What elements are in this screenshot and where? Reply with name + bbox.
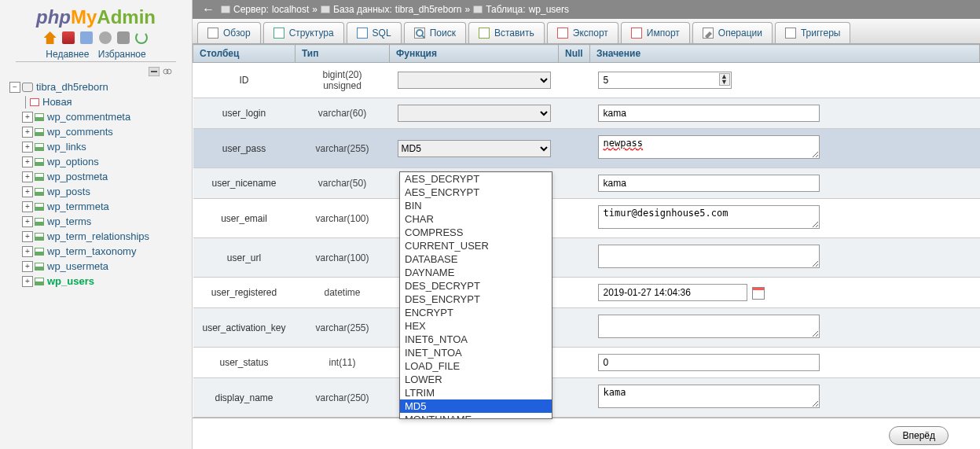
- table-label[interactable]: wp_options: [47, 154, 99, 169]
- table-label[interactable]: wp_terms: [47, 214, 91, 229]
- header-type[interactable]: Тип: [295, 45, 390, 63]
- table-label[interactable]: wp_users: [47, 274, 94, 289]
- dropdown-option[interactable]: LOAD_FILE: [400, 359, 552, 373]
- back-icon[interactable]: ←: [199, 2, 218, 17]
- dropdown-option[interactable]: INET6_NTOA: [400, 333, 552, 346]
- dropdown-option[interactable]: DAYNAME: [400, 266, 552, 279]
- function-dropdown-list[interactable]: AES_DECRYPTAES_ENCRYPTBINCHARCOMPRESSCUR…: [399, 171, 552, 419]
- dropdown-option[interactable]: DES_ENCRYPT: [400, 293, 552, 306]
- collapse-all-icon[interactable]: [149, 67, 160, 76]
- recent-tab[interactable]: Недавнее: [46, 49, 89, 60]
- tab-operations[interactable]: Операции: [692, 22, 773, 43]
- table-label[interactable]: wp_term_taxonomy: [47, 244, 136, 259]
- dropdown-option[interactable]: DES_DECRYPT: [400, 279, 552, 293]
- minus-icon[interactable]: −: [9, 82, 20, 93]
- table-node[interactable]: +wp_posts: [6, 184, 185, 199]
- tab-insert[interactable]: Вставить: [468, 22, 545, 43]
- table-label[interactable]: wp_postmeta: [47, 169, 108, 184]
- settings-icon[interactable]: [117, 31, 130, 44]
- new-table-label[interactable]: Новая: [42, 94, 72, 109]
- logout-icon[interactable]: [62, 31, 75, 44]
- dropdown-option[interactable]: MD5: [400, 399, 552, 413]
- table-link[interactable]: wp_users: [529, 4, 569, 15]
- function-select[interactable]: [398, 105, 551, 122]
- db-label[interactable]: tibra_dh5reborn: [36, 79, 108, 94]
- header-value[interactable]: Значение: [590, 45, 980, 63]
- header-column[interactable]: Столбец: [193, 45, 295, 63]
- dropdown-option[interactable]: HEX: [400, 319, 552, 333]
- tab-browse[interactable]: Обзор: [197, 22, 261, 43]
- tab-triggers[interactable]: Триггеры: [775, 22, 851, 43]
- stepper-icon[interactable]: ▲▼: [719, 73, 730, 86]
- plus-icon[interactable]: +: [22, 231, 33, 242]
- table-node[interactable]: +wp_termmeta: [6, 199, 185, 214]
- table-node[interactable]: +wp_comments: [6, 124, 185, 139]
- tab-sql[interactable]: SQL: [347, 22, 402, 43]
- table-label[interactable]: wp_termmeta: [47, 199, 109, 214]
- dropdown-option[interactable]: MONTHNAME: [400, 413, 552, 419]
- server-link[interactable]: localhost: [272, 4, 309, 15]
- value-input[interactable]: [598, 354, 820, 371]
- dropdown-option[interactable]: LOWER: [400, 373, 552, 386]
- function-select[interactable]: [398, 72, 551, 89]
- tab-export[interactable]: Экспорт: [547, 22, 618, 43]
- plus-icon[interactable]: +: [22, 201, 33, 212]
- table-label[interactable]: wp_term_relationships: [47, 229, 149, 244]
- table-node[interactable]: +wp_postmeta: [6, 169, 185, 184]
- favorite-tab[interactable]: Избранное: [98, 49, 146, 60]
- dropdown-option[interactable]: CHAR: [400, 212, 552, 226]
- value-input[interactable]: [598, 175, 820, 192]
- tab-import[interactable]: Импорт: [621, 22, 690, 43]
- logo[interactable]: phpMyAdmin: [0, 0, 192, 30]
- table-label[interactable]: wp_posts: [47, 184, 90, 199]
- help-icon[interactable]: [99, 31, 112, 44]
- dropdown-option[interactable]: CURRENT_USER: [400, 239, 552, 252]
- tab-structure[interactable]: Структура: [263, 22, 344, 43]
- value-input[interactable]: [598, 284, 747, 301]
- db-node[interactable]: − tibra_dh5reborn: [6, 79, 185, 94]
- value-input[interactable]: [598, 72, 732, 89]
- value-textarea[interactable]: [598, 245, 820, 268]
- dropdown-option[interactable]: ENCRYPT: [400, 306, 552, 319]
- plus-icon[interactable]: +: [22, 216, 33, 227]
- dropdown-option[interactable]: LTRIM: [400, 386, 552, 399]
- table-node[interactable]: +wp_options: [6, 154, 185, 169]
- dropdown-option[interactable]: DATABASE: [400, 252, 552, 266]
- plus-icon[interactable]: +: [22, 276, 33, 287]
- plus-icon[interactable]: +: [22, 171, 33, 182]
- dropdown-option[interactable]: AES_ENCRYPT: [400, 186, 552, 199]
- link-icon[interactable]: [162, 67, 173, 76]
- table-label[interactable]: wp_comments: [47, 124, 113, 139]
- value-textarea[interactable]: kama: [598, 385, 820, 408]
- table-label[interactable]: wp_commentmeta: [47, 109, 130, 124]
- sql-icon[interactable]: [80, 31, 93, 44]
- tab-search[interactable]: Поиск: [404, 22, 466, 43]
- home-icon[interactable]: [44, 31, 57, 44]
- new-table-node[interactable]: │ Новая: [6, 94, 185, 109]
- value-textarea[interactable]: [598, 315, 820, 338]
- table-node[interactable]: +wp_users: [6, 274, 185, 289]
- plus-icon[interactable]: +: [22, 156, 33, 167]
- table-node[interactable]: +wp_terms: [6, 214, 185, 229]
- dropdown-option[interactable]: BIN: [400, 199, 552, 212]
- plus-icon[interactable]: +: [22, 261, 33, 272]
- table-node[interactable]: +wp_term_taxonomy: [6, 244, 185, 259]
- function-select[interactable]: MD5: [398, 140, 551, 157]
- dropdown-option[interactable]: COMPRESS: [400, 226, 552, 239]
- submit-button[interactable]: Вперёд: [889, 426, 949, 445]
- header-function[interactable]: Функция: [390, 45, 559, 63]
- table-node[interactable]: +wp_commentmeta: [6, 109, 185, 124]
- table-node[interactable]: +wp_links: [6, 139, 185, 154]
- table-node[interactable]: +wp_term_relationships: [6, 229, 185, 244]
- header-null[interactable]: Null: [559, 45, 590, 63]
- table-label[interactable]: wp_links: [47, 139, 86, 154]
- calendar-icon[interactable]: [752, 287, 765, 300]
- plus-icon[interactable]: +: [22, 246, 33, 257]
- dropdown-option[interactable]: AES_DECRYPT: [400, 172, 552, 186]
- table-node[interactable]: +wp_usermeta: [6, 259, 185, 274]
- dropdown-option[interactable]: INET_NTOA: [400, 346, 552, 359]
- plus-icon[interactable]: +: [22, 186, 33, 197]
- value-input[interactable]: [598, 105, 820, 122]
- value-textarea[interactable]: newpass: [598, 135, 820, 159]
- refresh-icon[interactable]: [135, 31, 148, 44]
